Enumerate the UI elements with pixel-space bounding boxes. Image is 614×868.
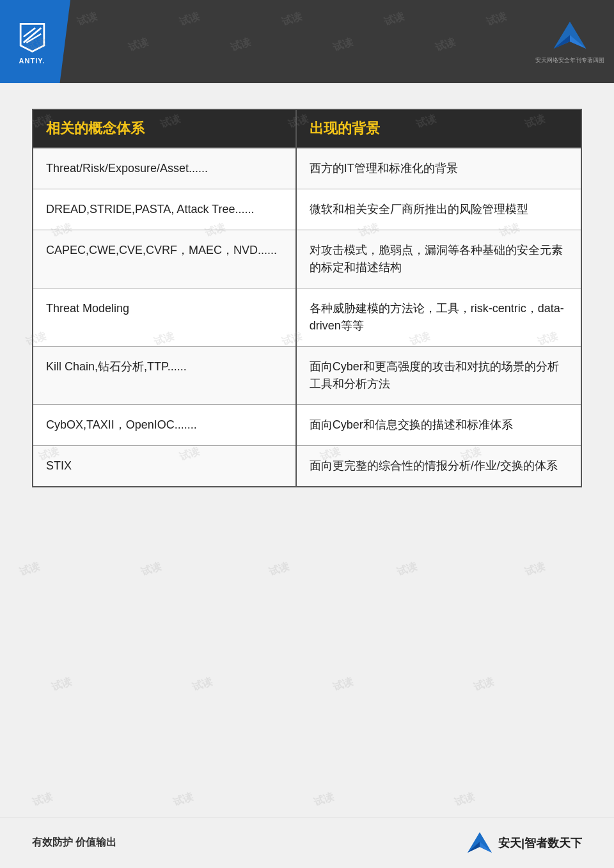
table-cell-left: CAPEC,CWE,CVE,CVRF，MAEC，NVD......	[33, 230, 296, 288]
table-row: CAPEC,CWE,CVE,CVRF，MAEC，NVD......对攻击模式，脆…	[33, 230, 581, 288]
watermark: 试读	[311, 790, 335, 810]
table-cell-right: 面向Cyber和更高强度的攻击和对抗的场景的分析工具和分析方法	[296, 347, 581, 405]
table-cell-right: 各种威胁建模的方法论，工具，risk-centric，data-driven等等	[296, 288, 581, 347]
footer-brand-icon	[464, 830, 495, 856]
main-content: 相关的概念体系 出现的背景 Threat/Risk/Exposure/Asset…	[0, 83, 614, 507]
watermark: 试读	[523, 560, 546, 580]
col1-header: 相关的概念体系	[33, 109, 296, 148]
footer-brand-text: 安天|智者数天下	[498, 835, 582, 851]
watermark: 试读	[395, 560, 418, 580]
table-row: DREAD,STRIDE,PASTA, Attack Tree......微软和…	[33, 189, 581, 230]
logo-text: ANTIY.	[19, 57, 45, 65]
logo-container: ANTIY.	[0, 0, 70, 83]
watermark: 试读	[30, 790, 54, 810]
table-row: Kill Chain,钻石分析,TTP......面向Cyber和更高强度的攻击…	[33, 347, 581, 405]
table-cell-left: Threat Modeling	[33, 288, 296, 347]
header-brand: 安天网络安全年刊专著四图	[535, 19, 604, 65]
table-row: STIX面向更完整的综合性的情报分析/作业/交换的体系	[33, 446, 581, 487]
table-row: Threat/Risk/Exposure/Asset......西方的IT管理和…	[33, 148, 581, 189]
table-row: CybOX,TAXII，OpenIOC.......面向Cyber和信息交换的描…	[33, 405, 581, 446]
table-cell-right: 面向更完整的综合性的情报分析/作业/交换的体系	[296, 446, 581, 487]
header: ANTIY. 安天网络安全年刊专著四图	[0, 0, 614, 83]
table-cell-left: CybOX,TAXII，OpenIOC.......	[33, 405, 296, 446]
concept-table: 相关的概念体系 出现的背景 Threat/Risk/Exposure/Asset…	[32, 109, 582, 487]
watermark: 试读	[190, 675, 214, 695]
watermark: 试读	[139, 560, 162, 580]
footer-left-text: 有效防护 价值输出	[32, 836, 116, 849]
antiy-logo-icon	[15, 19, 50, 54]
watermark: 试读	[331, 675, 354, 695]
watermark: 试读	[49, 675, 73, 695]
brand-logo-icon	[547, 19, 592, 54]
watermark: 试读	[471, 675, 495, 695]
table-row: Threat Modeling各种威胁建模的方法论，工具，risk-centri…	[33, 288, 581, 347]
watermark: 试读	[452, 790, 476, 810]
table-cell-right: 微软和相关安全厂商所推出的风险管理模型	[296, 189, 581, 230]
watermark: 试读	[171, 790, 194, 810]
col2-header: 出现的背景	[296, 109, 581, 148]
footer: 有效防护 价值输出 安天|智者数天下	[0, 817, 614, 868]
footer-logo: 安天|智者数天下	[464, 830, 582, 856]
table-cell-right: 面向Cyber和信息交换的描述和标准体系	[296, 405, 581, 446]
table-cell-right: 对攻击模式，脆弱点，漏洞等各种基础的安全元素的标定和描述结构	[296, 230, 581, 288]
watermark: 试读	[267, 560, 290, 580]
table-cell-left: DREAD,STRIDE,PASTA, Attack Tree......	[33, 189, 296, 230]
table-cell-left: STIX	[33, 446, 296, 487]
table-cell-right: 西方的IT管理和标准化的背景	[296, 148, 581, 189]
table-cell-left: Kill Chain,钻石分析,TTP......	[33, 347, 296, 405]
table-cell-left: Threat/Risk/Exposure/Asset......	[33, 148, 296, 189]
watermark: 试读	[17, 560, 41, 580]
brand-subtitle: 安天网络安全年刊专著四图	[535, 56, 604, 65]
